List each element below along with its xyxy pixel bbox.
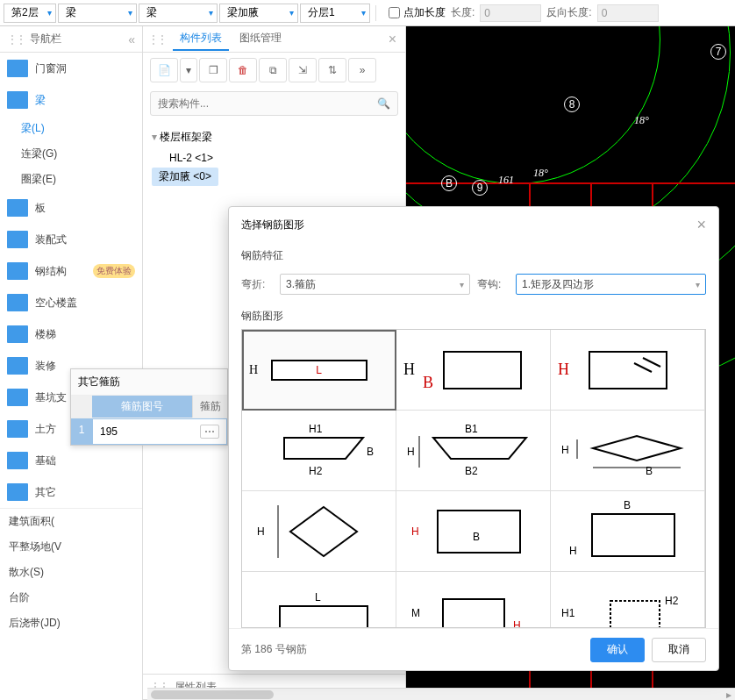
- more-button[interactable]: »: [348, 58, 376, 82]
- new-dropdown[interactable]: ▾: [180, 58, 197, 82]
- drag-handle-icon[interactable]: ⋮⋮: [7, 33, 25, 46]
- nav-sub-beam-g[interactable]: 连梁(G): [0, 141, 142, 167]
- svg-marker-13: [593, 436, 681, 461]
- nav-group-assembly[interactable]: 装配式: [0, 224, 142, 255]
- table-row[interactable]: 1 195⋯: [71, 418, 227, 445]
- tree-item-hl2[interactable]: HL-2 <1>: [152, 148, 396, 168]
- shape-option[interactable]: H L: [242, 330, 396, 411]
- shape-option[interactable]: H1BH2: [242, 411, 396, 491]
- nav-group-slab[interactable]: 板: [0, 192, 142, 224]
- drag-handle-icon[interactable]: ⋮⋮: [148, 33, 166, 46]
- floor-select[interactable]: 第2层: [4, 4, 56, 23]
- shape-option[interactable]: H1H2: [551, 572, 705, 628]
- new-button[interactable]: 📄: [150, 58, 178, 82]
- slab-icon: [7, 199, 28, 217]
- hook-select[interactable]: 1.矩形及四边形: [516, 274, 706, 295]
- copy-button[interactable]: ❐: [199, 58, 227, 82]
- shape-option[interactable]: HB: [396, 491, 551, 572]
- svg-text:B: B: [367, 446, 374, 458]
- nav-group-steel[interactable]: 钢结构免费体验: [0, 255, 142, 287]
- svg-text:H1: H1: [309, 423, 323, 435]
- nav-sub-beam-e[interactable]: 圈梁(E): [0, 167, 142, 192]
- svg-text:H: H: [411, 525, 419, 538]
- cat1-select[interactable]: 梁: [58, 4, 137, 23]
- hollow-icon: [7, 294, 28, 311]
- length-input[interactable]: [480, 4, 541, 22]
- nav-group-beam[interactable]: 梁: [0, 84, 142, 116]
- scroll-right-icon[interactable]: ▸: [723, 689, 735, 700]
- shape-option[interactable]: L: [242, 572, 396, 628]
- svg-text:H: H: [257, 525, 265, 538]
- search-icon: 🔍: [377, 97, 390, 110]
- svg-text:B1: B1: [465, 423, 478, 435]
- nav-group-foundation[interactable]: 基础: [0, 445, 142, 476]
- svg-text:H2: H2: [665, 595, 679, 607]
- floor-value: 第2层: [11, 5, 39, 20]
- tab-drawing-manage[interactable]: 图纸管理: [232, 27, 289, 51]
- svg-text:H1: H1: [561, 607, 575, 619]
- hook-label: 弯钩:: [477, 277, 509, 292]
- nav-bottom-apron[interactable]: 散水(S): [0, 560, 142, 585]
- assembly-icon: [7, 231, 28, 248]
- nav-bottom-step[interactable]: 台阶: [0, 585, 142, 611]
- cat2-select[interactable]: 梁: [139, 4, 218, 23]
- tree-root[interactable]: 楼层框架梁: [152, 126, 396, 148]
- nav-group-hollow[interactable]: 空心楼盖: [0, 287, 142, 318]
- svg-text:B: B: [624, 499, 631, 511]
- shape-option[interactable]: H: [551, 330, 705, 411]
- canvas-node-9: 9: [472, 180, 488, 196]
- collapse-icon[interactable]: «: [128, 32, 135, 46]
- horizontal-scrollbar[interactable]: ▸: [147, 688, 735, 700]
- ok-button[interactable]: 确认: [590, 638, 645, 662]
- bend-select[interactable]: 3.箍筋: [280, 274, 470, 295]
- door-icon: [7, 60, 28, 77]
- shape-option[interactable]: HB1B2: [396, 411, 551, 491]
- col-stirrup-code: 箍筋图号: [92, 396, 192, 418]
- nav-bottom-level[interactable]: 平整场地(V: [0, 534, 142, 560]
- duplicate-button[interactable]: ⧉: [259, 58, 287, 82]
- nav-group-other[interactable]: 其它: [0, 476, 142, 508]
- nav-panel: ⋮⋮ 导航栏 « 门窗洞 梁 梁(L) 连梁(G) 圈梁(E) 板 装配式 钢结…: [0, 26, 143, 700]
- nav-bottom-postcast[interactable]: 后浇带(JD): [0, 611, 142, 636]
- canvas-dim-161: 161: [498, 174, 514, 187]
- bend-label: 弯折:: [241, 277, 273, 292]
- svg-rect-31: [610, 601, 660, 629]
- reverse-length-input[interactable]: [597, 4, 659, 22]
- shape-option[interactable]: BH: [551, 491, 705, 572]
- svg-text:H: H: [513, 619, 521, 629]
- point-length-checkbox[interactable]: 点加长度: [389, 5, 446, 20]
- svg-rect-23: [592, 514, 674, 556]
- shape-option[interactable]: MH: [396, 572, 551, 628]
- nav-group-door[interactable]: 门窗洞: [0, 53, 142, 84]
- nav-group-stairs[interactable]: 楼梯: [0, 318, 142, 350]
- shape-option[interactable]: HB: [551, 411, 705, 491]
- shape-option[interactable]: H: [242, 491, 396, 572]
- svg-line-1: [634, 363, 652, 372]
- svg-text:H2: H2: [309, 465, 323, 477]
- tab-component-list[interactable]: 构件列表: [173, 27, 229, 51]
- nav-sub-beam-l[interactable]: 梁(L): [0, 116, 142, 141]
- other-icon: [7, 483, 28, 501]
- sort-button[interactable]: ⇅: [318, 58, 346, 82]
- tree-item-haunch[interactable]: 梁加腋 <0>: [152, 168, 218, 186]
- close-icon[interactable]: ×: [696, 216, 706, 234]
- pit-icon: [7, 389, 28, 406]
- svg-text:B: B: [473, 531, 480, 543]
- cat3-select[interactable]: 梁加腋: [219, 4, 298, 23]
- close-icon[interactable]: ×: [385, 32, 400, 47]
- shape-option[interactable]: HB: [396, 330, 551, 411]
- interlayer-button[interactable]: ⇲: [289, 58, 317, 82]
- panel-title: 其它箍筋: [71, 369, 227, 396]
- layer-select[interactable]: 分层1: [300, 4, 370, 23]
- svg-text:H: H: [561, 444, 569, 456]
- scroll-thumb[interactable]: [151, 690, 274, 699]
- nav-bottom-area[interactable]: 建筑面积(: [0, 509, 142, 534]
- svg-text:L: L: [315, 591, 321, 604]
- finish-icon: [7, 357, 28, 375]
- other-stirrup-panel[interactable]: 其它箍筋 箍筋图号 箍筋 1 195⋯: [70, 368, 228, 446]
- earth-icon: [7, 420, 28, 438]
- delete-button[interactable]: 🗑: [229, 58, 257, 82]
- search-input[interactable]: 🔍: [150, 91, 398, 116]
- cancel-button[interactable]: 取消: [652, 638, 706, 662]
- edit-ellipsis-button[interactable]: ⋯: [200, 425, 219, 439]
